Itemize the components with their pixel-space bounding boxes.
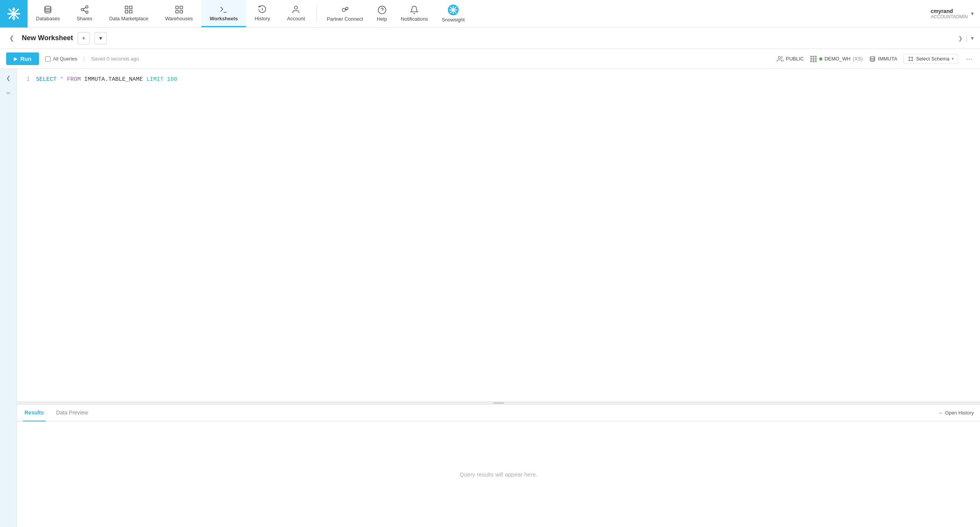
database-name: IMMUTA: [878, 56, 897, 62]
svg-rect-40: [813, 60, 814, 62]
nav-item-account-label: Account: [287, 16, 305, 21]
warehouse-badge[interactable]: DEMO_WH (XS): [810, 55, 863, 62]
tab-results[interactable]: Results: [23, 405, 46, 421]
notifications-label: Notifications: [401, 16, 428, 22]
nav-item-partner-connect[interactable]: Partner Connect: [320, 0, 370, 28]
warehouse-size: (XS): [853, 56, 863, 62]
svg-rect-36: [810, 58, 812, 59]
svg-rect-41: [815, 60, 816, 62]
svg-point-43: [909, 57, 910, 58]
help-label: Help: [377, 16, 387, 22]
svg-point-24: [342, 8, 345, 11]
worksheet-toolbar: ❮ New Worksheet + ▾ ❯ | ▾: [0, 28, 980, 49]
svg-point-32: [778, 56, 780, 59]
svg-rect-33: [810, 56, 812, 57]
user-section[interactable]: cmyrand ACCOUNTADMIN ▾: [924, 8, 980, 20]
data-preview-tab-label: Data Preview: [56, 410, 88, 416]
sidebar-expand-icon[interactable]: ≫: [6, 87, 11, 99]
svg-rect-17: [129, 10, 132, 13]
schema-select[interactable]: Select Schema ▾: [903, 54, 958, 64]
add-worksheet-button[interactable]: +: [78, 32, 90, 44]
results-body: Query results will appear here.: [17, 421, 980, 527]
svg-point-8: [45, 6, 51, 8]
svg-point-9: [86, 6, 88, 8]
svg-rect-37: [813, 58, 814, 59]
panel-dropdown-icon[interactable]: ▾: [971, 34, 974, 42]
results-tabs: Results Data Preview ← Open History: [17, 405, 980, 421]
run-button[interactable]: ▶ Run: [6, 52, 39, 65]
svg-rect-16: [125, 10, 128, 13]
nav-item-data-marketplace[interactable]: Data Marketplace: [101, 0, 157, 27]
svg-rect-35: [815, 56, 816, 57]
nav-item-history[interactable]: History: [246, 0, 278, 27]
svg-point-11: [86, 11, 88, 13]
svg-point-23: [294, 6, 297, 9]
svg-point-45: [909, 60, 910, 61]
expand-right-icon[interactable]: ❯: [958, 35, 963, 41]
nav-item-databases-label: Databases: [36, 16, 60, 21]
run-button-label: Run: [20, 55, 31, 62]
svg-point-10: [81, 8, 83, 11]
worksheet-dropdown-button[interactable]: ▾: [95, 32, 107, 44]
resize-dot-1: [493, 402, 504, 404]
svg-rect-38: [815, 58, 816, 59]
role-badge[interactable]: PUBLIC: [777, 55, 804, 62]
tab-data-preview[interactable]: Data Preview: [55, 405, 90, 421]
collapse-left-button[interactable]: ❮: [6, 33, 17, 43]
resize-handle[interactable]: [17, 401, 980, 405]
nav-item-account[interactable]: Account: [279, 0, 314, 27]
ws-toolbar-right: ❯ | ▾: [958, 34, 974, 42]
line-numbers: 1: [17, 75, 36, 395]
role-label: PUBLIC: [786, 56, 804, 62]
more-options-button[interactable]: ···: [964, 54, 974, 63]
svg-line-12: [83, 10, 86, 11]
svg-line-13: [83, 7, 86, 9]
code-editor[interactable]: 1 SELECT * FROM IMMUTA.TABLE_NAME LIMIT …: [17, 69, 980, 401]
nav-item-shares-label: Shares: [77, 16, 92, 21]
sidebar: ❮ ≫: [0, 69, 17, 527]
nav-item-warehouses[interactable]: Warehouses: [157, 0, 201, 27]
nav-item-shares[interactable]: Shares: [68, 0, 101, 27]
saved-status: Saved 0 seconds ago: [91, 56, 139, 62]
empty-results-message: Query results will appear here.: [459, 471, 537, 478]
warehouse-green-dot: [819, 57, 822, 60]
user-name: cmyrand: [931, 8, 968, 14]
logo[interactable]: [0, 0, 28, 28]
nav-item-databases[interactable]: Databases: [28, 0, 68, 27]
nav-item-help[interactable]: Help: [370, 0, 394, 28]
run-play-icon: ▶: [14, 56, 17, 62]
svg-point-26: [378, 6, 386, 14]
nav-item-worksheets[interactable]: Worksheets: [201, 0, 246, 27]
svg-rect-34: [813, 56, 814, 57]
snowsight-label: Snowsight: [442, 17, 465, 23]
svg-rect-18: [176, 6, 178, 9]
user-dropdown-icon: ▾: [971, 10, 974, 17]
open-history-button[interactable]: ← Open History: [939, 410, 974, 416]
sidebar-chevron-icon[interactable]: ❮: [6, 72, 11, 84]
svg-rect-20: [176, 10, 178, 13]
divider-bar: |: [83, 55, 85, 62]
nav-item-notifications[interactable]: Notifications: [394, 0, 435, 28]
results-panel: Results Data Preview ← Open History Quer…: [17, 405, 980, 527]
editor-area: 1 SELECT * FROM IMMUTA.TABLE_NAME LIMIT …: [17, 69, 980, 527]
svg-point-25: [346, 7, 348, 10]
divider: |: [966, 34, 968, 42]
resize-indicator: [493, 402, 504, 404]
code-content[interactable]: SELECT * FROM IMMUTA.TABLE_NAME LIMIT 10…: [36, 75, 974, 395]
all-queries-checkbox[interactable]: [45, 56, 51, 62]
nav-item-worksheets-label: Worksheets: [210, 16, 238, 21]
nav-item-snowsight[interactable]: Snowsight: [435, 0, 472, 28]
svg-rect-21: [180, 10, 183, 13]
all-queries-text: All Queries: [53, 56, 77, 62]
svg-rect-19: [180, 6, 183, 9]
database-badge[interactable]: IMMUTA: [869, 55, 897, 62]
svg-rect-15: [129, 6, 132, 9]
nav-item-marketplace-label: Data Marketplace: [109, 16, 148, 21]
schema-chevron-icon: ▾: [952, 56, 954, 61]
editor-toolbar: ▶ Run All Queries | Saved 0 seconds ago …: [0, 49, 980, 69]
nav-item-warehouses-label: Warehouses: [165, 16, 193, 21]
top-nav: Databases Shares Data Marketplace: [0, 0, 980, 28]
all-queries-checkbox-label[interactable]: All Queries: [45, 56, 77, 62]
user-role: ACCOUNTADMIN: [931, 14, 968, 20]
main-area: ❮ ≫ 1 SELECT * FROM IMMUTA.TABLE_NAME LI…: [0, 69, 980, 527]
